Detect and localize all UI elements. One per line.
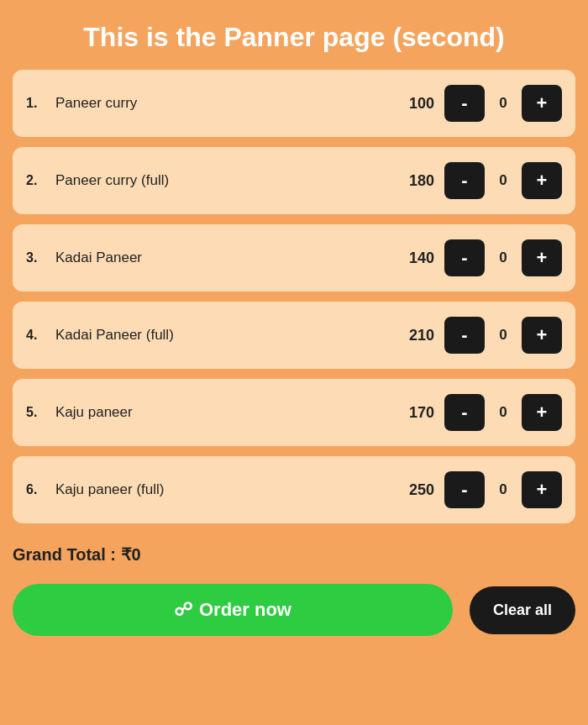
item-left: 5. Kaju paneer (26, 404, 401, 421)
item-number: 4. (26, 328, 47, 343)
item-price: 180 (401, 172, 434, 190)
grand-total-section: Grand Total : ₹0 (13, 540, 575, 569)
grand-total-label: Grand Total : (13, 545, 116, 564)
menu-item: 2. Paneer curry (full) 180 - 0 + (13, 147, 575, 214)
menu-list: 1. Paneer curry 100 - 0 + 2. Paneer curr… (13, 70, 575, 523)
decrease-button[interactable]: - (444, 162, 485, 199)
qty-display: 0 (495, 481, 512, 498)
item-price: 250 (401, 481, 434, 499)
decrease-button[interactable]: - (444, 394, 485, 431)
item-price: 140 (401, 250, 434, 267)
item-number: 6. (26, 482, 47, 497)
bottom-actions: ☍ Order now Clear all (13, 584, 575, 636)
qty-display: 0 (495, 327, 512, 344)
item-price: 100 (401, 95, 434, 113)
item-right: 210 - 0 + (401, 317, 562, 354)
page-title: This is the Panner page (second) (13, 8, 575, 70)
item-right: 100 - 0 + (401, 85, 562, 122)
qty-display: 0 (495, 95, 512, 112)
item-right: 180 - 0 + (401, 162, 562, 199)
clear-all-button[interactable]: Clear all (470, 586, 575, 634)
item-right: 170 - 0 + (401, 394, 562, 431)
increase-button[interactable]: + (522, 162, 562, 199)
item-left: 4. Kadai Paneer (full) (26, 327, 401, 344)
increase-button[interactable]: + (522, 471, 562, 508)
item-price: 170 (401, 404, 434, 422)
item-left: 3. Kadai Paneer (26, 250, 401, 266)
decrease-button[interactable]: - (444, 471, 485, 508)
item-name: Kaju paneer (full) (55, 481, 164, 498)
item-name: Kadai Paneer (55, 250, 142, 266)
menu-item: 1. Paneer curry 100 - 0 + (13, 70, 575, 137)
order-button-label: Order now (199, 599, 291, 621)
item-left: 2. Paneer curry (full) (26, 172, 401, 189)
increase-button[interactable]: + (522, 85, 562, 122)
item-number: 2. (26, 173, 47, 188)
item-left: 6. Kaju paneer (full) (26, 481, 401, 498)
item-number: 3. (26, 250, 47, 265)
increase-button[interactable]: + (522, 239, 562, 276)
increase-button[interactable]: + (522, 394, 562, 431)
whatsapp-icon: ☍ (174, 599, 192, 621)
item-price: 210 (401, 327, 434, 344)
item-number: 5. (26, 405, 47, 420)
qty-display: 0 (495, 172, 512, 189)
item-name: Kaju paneer (55, 404, 133, 421)
increase-button[interactable]: + (522, 317, 562, 354)
item-right: 250 - 0 + (401, 471, 562, 508)
item-number: 1. (26, 96, 47, 111)
qty-display: 0 (495, 250, 512, 266)
menu-item: 4. Kadai Paneer (full) 210 - 0 + (13, 302, 575, 369)
decrease-button[interactable]: - (444, 317, 485, 354)
item-right: 140 - 0 + (401, 239, 562, 276)
order-button[interactable]: ☍ Order now (13, 584, 453, 636)
qty-display: 0 (495, 404, 512, 421)
menu-item: 5. Kaju paneer 170 - 0 + (13, 379, 575, 446)
item-name: Paneer curry (55, 95, 137, 112)
item-left: 1. Paneer curry (26, 95, 401, 112)
item-name: Kadai Paneer (full) (55, 327, 174, 344)
item-name: Paneer curry (full) (55, 172, 169, 189)
grand-total-value: ₹0 (121, 545, 141, 564)
decrease-button[interactable]: - (444, 239, 485, 276)
menu-item: 6. Kaju paneer (full) 250 - 0 + (13, 456, 575, 523)
decrease-button[interactable]: - (444, 85, 485, 122)
menu-item: 3. Kadai Paneer 140 - 0 + (13, 224, 575, 292)
